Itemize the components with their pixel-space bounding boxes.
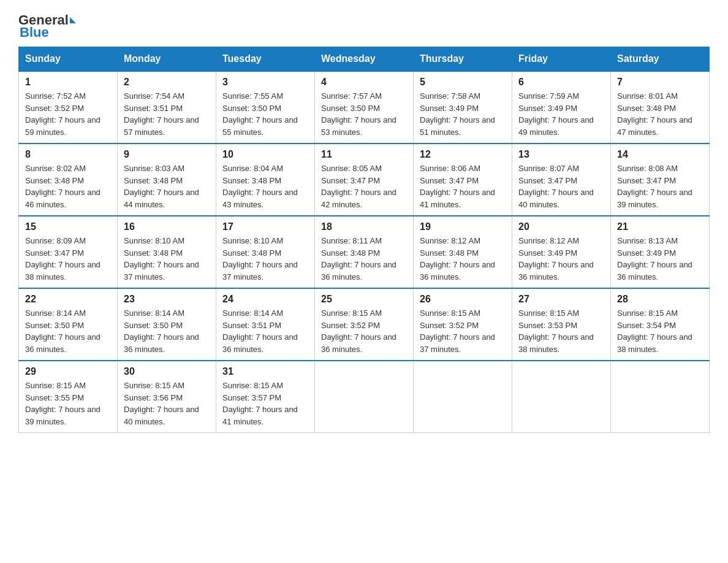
calendar-cell: 1 Sunrise: 7:52 AMSunset: 3:52 PMDayligh… [19, 71, 118, 144]
day-number: 31 [222, 366, 308, 377]
day-number: 22 [25, 294, 111, 305]
calendar-cell: 27 Sunrise: 8:15 AMSunset: 3:53 PMDaylig… [512, 288, 611, 361]
calendar-week-row: 1 Sunrise: 7:52 AMSunset: 3:52 PMDayligh… [19, 71, 710, 144]
calendar-cell: 22 Sunrise: 8:14 AMSunset: 3:50 PMDaylig… [19, 288, 118, 361]
calendar-cell [512, 361, 611, 433]
calendar-cell: 3 Sunrise: 7:55 AMSunset: 3:50 PMDayligh… [216, 71, 315, 144]
day-number: 3 [222, 77, 308, 88]
calendar-cell: 21 Sunrise: 8:13 AMSunset: 3:49 PMDaylig… [611, 216, 710, 288]
day-info: Sunrise: 8:03 AMSunset: 3:48 PMDaylight:… [124, 164, 199, 209]
header-tuesday: Tuesday [216, 47, 315, 72]
day-info: Sunrise: 7:52 AMSunset: 3:52 PMDaylight:… [25, 91, 100, 137]
day-info: Sunrise: 8:13 AMSunset: 3:49 PMDaylight:… [617, 236, 692, 282]
calendar-cell: 23 Sunrise: 8:14 AMSunset: 3:50 PMDaylig… [118, 288, 216, 361]
day-info: Sunrise: 8:14 AMSunset: 3:51 PMDaylight:… [222, 308, 298, 354]
header-sunday: Sunday [19, 47, 118, 72]
day-info: Sunrise: 8:14 AMSunset: 3:50 PMDaylight:… [25, 308, 100, 354]
calendar-cell: 6 Sunrise: 7:59 AMSunset: 3:49 PMDayligh… [512, 71, 611, 144]
calendar-cell: 16 Sunrise: 8:10 AMSunset: 3:48 PMDaylig… [118, 216, 216, 288]
calendar-cell: 29 Sunrise: 8:15 AMSunset: 3:55 PMDaylig… [19, 361, 118, 433]
page-header: General Blue [18, 12, 710, 40]
calendar-cell: 10 Sunrise: 8:04 AMSunset: 3:48 PMDaylig… [216, 144, 315, 216]
day-number: 12 [420, 149, 506, 160]
day-number: 14 [617, 149, 703, 160]
day-number: 1 [25, 77, 111, 88]
calendar-header-row: SundayMondayTuesdayWednesdayThursdayFrid… [19, 47, 710, 72]
calendar-week-row: 15 Sunrise: 8:09 AMSunset: 3:47 PMDaylig… [19, 216, 710, 288]
calendar-cell: 24 Sunrise: 8:14 AMSunset: 3:51 PMDaylig… [216, 288, 315, 361]
day-number: 5 [420, 77, 506, 88]
calendar-cell: 13 Sunrise: 8:07 AMSunset: 3:47 PMDaylig… [512, 144, 611, 216]
calendar-cell: 5 Sunrise: 7:58 AMSunset: 3:49 PMDayligh… [414, 71, 512, 144]
day-info: Sunrise: 8:10 AMSunset: 3:48 PMDaylight:… [222, 236, 298, 282]
header-thursday: Thursday [414, 47, 512, 72]
day-number: 10 [222, 149, 308, 160]
header-saturday: Saturday [611, 47, 710, 72]
day-info: Sunrise: 8:15 AMSunset: 3:55 PMDaylight:… [25, 381, 100, 426]
calendar-cell [611, 361, 710, 433]
header-monday: Monday [118, 47, 216, 72]
day-info: Sunrise: 8:12 AMSunset: 3:48 PMDaylight:… [420, 236, 495, 282]
calendar-cell: 17 Sunrise: 8:10 AMSunset: 3:48 PMDaylig… [216, 216, 315, 288]
day-number: 8 [25, 149, 111, 160]
logo-blue-text: Blue [20, 25, 49, 40]
calendar-cell: 25 Sunrise: 8:15 AMSunset: 3:52 PMDaylig… [315, 288, 414, 361]
day-info: Sunrise: 7:59 AMSunset: 3:49 PMDaylight:… [518, 91, 594, 137]
day-info: Sunrise: 8:15 AMSunset: 3:52 PMDaylight:… [321, 308, 396, 354]
day-info: Sunrise: 8:11 AMSunset: 3:48 PMDaylight:… [321, 236, 396, 282]
day-number: 17 [222, 221, 308, 232]
calendar-week-row: 29 Sunrise: 8:15 AMSunset: 3:55 PMDaylig… [19, 361, 710, 433]
day-number: 9 [124, 149, 210, 160]
day-number: 6 [518, 77, 604, 88]
day-info: Sunrise: 8:04 AMSunset: 3:48 PMDaylight:… [222, 164, 298, 209]
day-info: Sunrise: 7:58 AMSunset: 3:49 PMDaylight:… [420, 91, 495, 137]
logo: General Blue [18, 12, 77, 40]
day-info: Sunrise: 8:05 AMSunset: 3:47 PMDaylight:… [321, 164, 396, 209]
header-friday: Friday [512, 47, 611, 72]
day-number: 28 [617, 294, 703, 305]
calendar-cell: 12 Sunrise: 8:06 AMSunset: 3:47 PMDaylig… [414, 144, 512, 216]
day-info: Sunrise: 8:09 AMSunset: 3:47 PMDaylight:… [25, 236, 100, 282]
day-info: Sunrise: 8:15 AMSunset: 3:54 PMDaylight:… [617, 308, 692, 354]
calendar-cell: 18 Sunrise: 8:11 AMSunset: 3:48 PMDaylig… [315, 216, 414, 288]
day-info: Sunrise: 7:54 AMSunset: 3:51 PMDaylight:… [124, 91, 199, 137]
day-number: 16 [124, 221, 210, 232]
calendar-cell: 30 Sunrise: 8:15 AMSunset: 3:56 PMDaylig… [118, 361, 216, 433]
day-number: 2 [124, 77, 210, 88]
day-number: 30 [124, 366, 210, 377]
calendar-week-row: 22 Sunrise: 8:14 AMSunset: 3:50 PMDaylig… [19, 288, 710, 361]
day-info: Sunrise: 7:57 AMSunset: 3:50 PMDaylight:… [321, 91, 396, 137]
calendar-cell: 9 Sunrise: 8:03 AMSunset: 3:48 PMDayligh… [118, 144, 216, 216]
day-number: 21 [617, 221, 703, 232]
day-info: Sunrise: 8:12 AMSunset: 3:49 PMDaylight:… [518, 236, 594, 282]
day-number: 15 [25, 221, 111, 232]
calendar-cell: 26 Sunrise: 8:15 AMSunset: 3:52 PMDaylig… [414, 288, 512, 361]
day-number: 29 [25, 366, 111, 377]
day-info: Sunrise: 8:08 AMSunset: 3:47 PMDaylight:… [617, 164, 692, 209]
calendar-week-row: 8 Sunrise: 8:02 AMSunset: 3:48 PMDayligh… [19, 144, 710, 216]
day-number: 23 [124, 294, 210, 305]
calendar-cell: 19 Sunrise: 8:12 AMSunset: 3:48 PMDaylig… [414, 216, 512, 288]
calendar-cell [315, 361, 414, 433]
day-info: Sunrise: 8:06 AMSunset: 3:47 PMDaylight:… [420, 164, 495, 209]
calendar-cell: 2 Sunrise: 7:54 AMSunset: 3:51 PMDayligh… [118, 71, 216, 144]
day-info: Sunrise: 8:14 AMSunset: 3:50 PMDaylight:… [124, 308, 199, 354]
header-wednesday: Wednesday [315, 47, 414, 72]
day-info: Sunrise: 8:02 AMSunset: 3:48 PMDaylight:… [25, 164, 100, 209]
calendar-cell: 8 Sunrise: 8:02 AMSunset: 3:48 PMDayligh… [19, 144, 118, 216]
calendar-cell: 28 Sunrise: 8:15 AMSunset: 3:54 PMDaylig… [611, 288, 710, 361]
day-number: 27 [518, 294, 604, 305]
day-number: 19 [420, 221, 506, 232]
calendar-cell: 31 Sunrise: 8:15 AMSunset: 3:57 PMDaylig… [216, 361, 315, 433]
calendar-cell: 4 Sunrise: 7:57 AMSunset: 3:50 PMDayligh… [315, 71, 414, 144]
day-number: 18 [321, 221, 407, 232]
logo-arrow-icon [70, 17, 76, 23]
day-number: 25 [321, 294, 407, 305]
day-number: 4 [321, 77, 407, 88]
day-number: 26 [420, 294, 506, 305]
day-number: 20 [518, 221, 604, 232]
calendar-cell: 15 Sunrise: 8:09 AMSunset: 3:47 PMDaylig… [19, 216, 118, 288]
calendar-cell: 11 Sunrise: 8:05 AMSunset: 3:47 PMDaylig… [315, 144, 414, 216]
day-number: 11 [321, 149, 407, 160]
day-number: 24 [222, 294, 308, 305]
